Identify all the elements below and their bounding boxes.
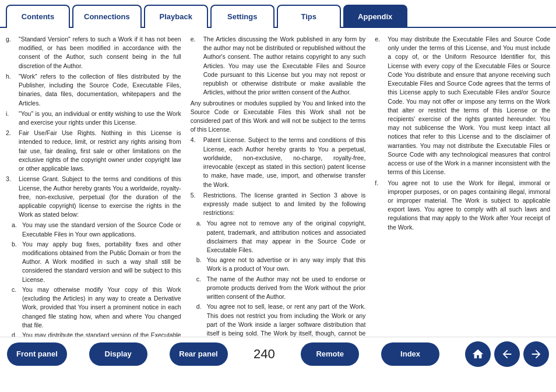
content-area: g."Standard Version" refers to such a Wo… <box>0 28 556 337</box>
list-item: 2.Fair Use/Fair Use Rights. Nothing in t… <box>6 129 181 173</box>
column-3: e.You may distribute the Executable File… <box>370 35 550 331</box>
column-2: e.The Articles discussing the Work publi… <box>186 35 371 331</box>
list-item: b.You may apply bug fixes, portability f… <box>6 240 181 284</box>
list-text: The name of the Author may not be used t… <box>207 275 366 302</box>
list-marker: c. <box>196 275 207 302</box>
list-marker: i. <box>6 110 19 127</box>
tab-tips[interactable]: Tips <box>277 5 341 27</box>
tab-settings[interactable]: Settings <box>210 5 275 27</box>
tab-appendix[interactable]: Appendix <box>343 5 407 27</box>
list-text: You may otherwise modify Your copy of th… <box>22 285 181 330</box>
list-item: a.You agree not to remove any of the ori… <box>191 219 366 255</box>
list-item: h."Work" refers to the collection of fil… <box>6 72 181 108</box>
list-item: Any subroutines or modules supplied by Y… <box>191 99 366 135</box>
back-button[interactable] <box>494 341 520 367</box>
list-marker: e. <box>375 35 388 177</box>
list-marker: 5. <box>191 191 203 218</box>
list-text: License Grant. Subject to the terms and … <box>19 175 181 219</box>
list-text: "Standard Version" refers to such a Work… <box>19 35 181 70</box>
list-item: 5.Restrictions. The license granted in S… <box>191 191 366 218</box>
list-text: You agree not to use the Work for illega… <box>388 179 550 232</box>
list-item: i."You" is you, an individual or entity … <box>6 110 181 127</box>
list-item: e.The Articles discussing the Work publi… <box>191 35 366 97</box>
front-panel-button[interactable]: Front panel <box>7 342 67 366</box>
list-text: You may distribute the standard version … <box>22 331 181 337</box>
list-marker: b. <box>12 240 22 284</box>
list-item: b.You agree not to advertise or in any w… <box>191 256 366 273</box>
list-marker: e. <box>191 35 203 97</box>
column-1: g."Standard Version" refers to such a Wo… <box>6 35 186 331</box>
home-button[interactable] <box>465 341 491 367</box>
list-marker: d. <box>12 331 22 337</box>
list-text: You agree not to advertise or in any way… <box>207 256 366 273</box>
list-marker: d. <box>196 302 207 337</box>
list-text: "You" is you, an individual or entity wi… <box>19 110 181 127</box>
rear-panel-button[interactable]: Rear panel <box>170 342 228 366</box>
tab-playback[interactable]: Playback <box>144 5 208 27</box>
list-item: c.The name of the Author may not be used… <box>191 275 366 302</box>
list-marker: 2. <box>6 129 19 173</box>
tab-contents[interactable]: Contents <box>6 5 70 27</box>
index-button[interactable]: Index <box>381 342 439 366</box>
list-marker: a. <box>12 221 22 238</box>
list-item: 3.License Grant. Subject to the terms an… <box>6 175 181 219</box>
list-marker: 4. <box>191 136 203 189</box>
list-marker: f. <box>375 179 388 232</box>
list-item: e.You may distribute the Executable File… <box>375 35 550 177</box>
list-marker: b. <box>196 256 207 273</box>
list-text: Any subroutines or modules supplied by Y… <box>191 99 366 135</box>
list-item: d.You may distribute the standard versio… <box>6 331 181 337</box>
list-item: a.You may use the standard version of th… <box>6 221 181 238</box>
tab-bar: Contents Connections Playback Settings T… <box>0 0 556 28</box>
list-marker: a. <box>196 219 207 255</box>
list-text: You agree not to sell, lease, or rent an… <box>207 302 366 337</box>
list-marker: c. <box>12 285 22 330</box>
list-marker: h. <box>6 72 19 108</box>
list-item: c.You may otherwise modify Your copy of … <box>6 285 181 330</box>
page-number: 240 <box>249 347 279 362</box>
tab-connections[interactable]: Connections <box>72 5 142 27</box>
list-text: You agree not to remove any of the origi… <box>207 219 366 255</box>
nav-icons <box>462 341 549 367</box>
list-text: Restrictions. The license granted in Sec… <box>203 191 366 218</box>
forward-button[interactable] <box>523 341 549 367</box>
list-text: You may use the standard version of the … <box>22 221 181 238</box>
list-text: Patent License. Subject to the terms and… <box>203 136 366 189</box>
list-text: The Articles discussing the Work publish… <box>203 35 366 97</box>
list-text: Fair Use/Fair Use Rights. Nothing in thi… <box>19 129 181 173</box>
list-text: "Work" refers to the collection of files… <box>19 72 181 108</box>
list-item: f.You agree not to use the Work for ille… <box>375 179 550 232</box>
list-marker: g. <box>6 35 19 70</box>
bottom-bar: Front panel Display Rear panel 240 Remot… <box>0 337 556 370</box>
list-item: g."Standard Version" refers to such a Wo… <box>6 35 181 70</box>
list-item: d.You agree not to sell, lease, or rent … <box>191 302 366 337</box>
list-text: You may apply bug fixes, portability fix… <box>22 240 181 284</box>
remote-button[interactable]: Remote <box>301 342 359 366</box>
list-text: You may distribute the Executable Files … <box>388 35 550 177</box>
display-button[interactable]: Display <box>89 342 147 366</box>
list-marker: 3. <box>6 175 19 219</box>
list-item: 4.Patent License. Subject to the terms a… <box>191 136 366 189</box>
